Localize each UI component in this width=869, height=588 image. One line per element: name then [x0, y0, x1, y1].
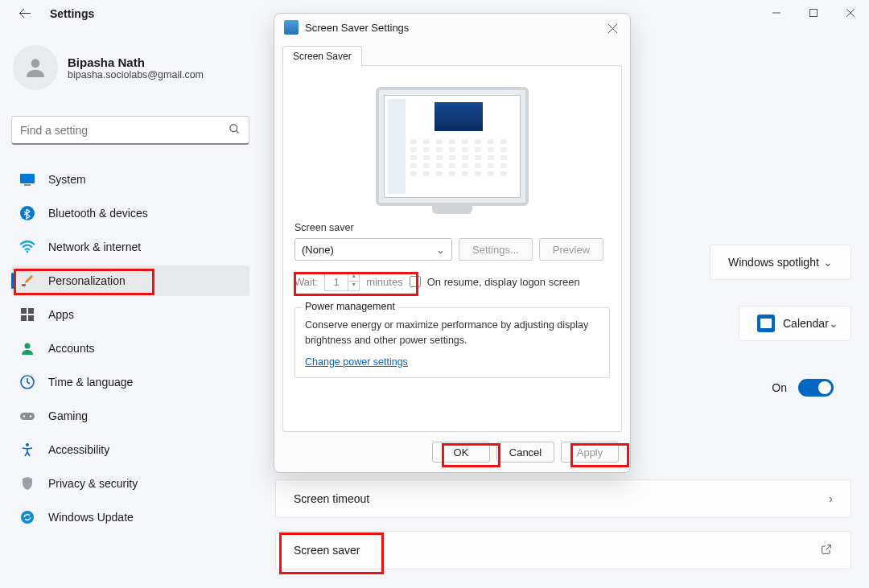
sidebar-item-personalization[interactable]: Personalization [11, 265, 249, 296]
svg-point-4 [31, 59, 40, 68]
page-title: Settings [50, 7, 94, 20]
apply-button[interactable]: Apply [561, 442, 619, 463]
chevron-down-icon: ⌄ [823, 256, 833, 269]
monitor-preview [294, 77, 610, 222]
svg-rect-1 [810, 10, 818, 17]
dialog-title: Screen Saver Settings [305, 22, 409, 34]
wait-unit: minutes [366, 276, 403, 288]
account-name: Bipasha Nath [68, 56, 204, 69]
sidebar-item-network[interactable]: Network & internet [11, 232, 249, 262]
spotlight-dropdown[interactable]: Windows spotlight ⌄ [710, 245, 851, 280]
bluetooth-icon [19, 205, 35, 221]
sidebar-item-accessibility[interactable]: Accessibility [11, 434, 249, 465]
screen-saver-group-label: Screen saver [294, 222, 610, 233]
system-icon [19, 171, 35, 187]
change-power-settings-link[interactable]: Change power settings [305, 356, 408, 368]
svg-rect-7 [20, 174, 35, 183]
avatar [13, 45, 58, 90]
resume-checkbox[interactable] [410, 276, 421, 287]
screen-saver-label: Screen saver [294, 544, 360, 557]
power-body: Conserve energy or maximize performance … [305, 318, 599, 348]
calendar-dropdown[interactable]: Calendar ⌄ [739, 306, 851, 341]
dialog-close-button[interactable] [601, 19, 624, 38]
account-email: bipasha.sociolabs@gmail.com [68, 69, 204, 80]
screen-timeout-label: Screen timeout [294, 492, 369, 505]
wait-value: 1 [325, 276, 348, 288]
on-toggle-row: On [642, 370, 851, 405]
sidebar-item-accounts[interactable]: Accounts [11, 333, 249, 364]
chevron-down-icon: ⌄ [829, 317, 838, 330]
calendar-icon [757, 315, 775, 332]
minimize-button[interactable] [758, 0, 795, 26]
svg-point-19 [23, 415, 25, 417]
back-button[interactable]: 🡠 [13, 6, 37, 21]
on-label: On [772, 381, 787, 394]
wait-spinner[interactable]: 1 ▲▼ [324, 272, 360, 291]
resume-label: On resume, display logon screen [427, 276, 580, 288]
svg-point-22 [21, 511, 34, 524]
sidebar-item-time-language[interactable]: Time & language [11, 367, 249, 397]
ok-button[interactable]: OK [432, 442, 490, 463]
power-management-group: Power management Conserve energy or maxi… [294, 307, 610, 378]
toggle-switch[interactable] [798, 379, 834, 397]
sidebar-item-apps[interactable]: Apps [11, 299, 249, 330]
svg-rect-8 [24, 184, 31, 186]
svg-rect-18 [20, 413, 35, 420]
shield-icon [19, 475, 35, 491]
screen-saver-settings-dialog: Screen Saver Settings Screen Saver [274, 13, 631, 473]
sidebar-item-gaming[interactable]: Gaming [11, 401, 249, 431]
search-box[interactable] [11, 116, 249, 145]
svg-point-5 [230, 124, 237, 131]
svg-rect-15 [28, 315, 34, 321]
apps-icon [19, 306, 35, 323]
svg-rect-14 [21, 315, 27, 321]
maximize-button[interactable] [795, 0, 832, 26]
screen-saver-select[interactable]: (None) ⌄ [294, 238, 452, 261]
gamepad-icon [19, 408, 35, 424]
tab-screen-saver[interactable]: Screen Saver [282, 46, 362, 67]
sidebar-item-bluetooth[interactable]: Bluetooth & devices [11, 198, 249, 228]
svg-point-16 [25, 343, 31, 349]
svg-line-6 [236, 130, 238, 133]
clock-icon [19, 374, 35, 390]
screen-timeout-row[interactable]: Screen timeout › [275, 479, 851, 518]
sidebar-item-system[interactable]: System [11, 164, 249, 195]
dialog-icon [284, 20, 299, 35]
power-legend: Power management [302, 301, 398, 312]
wait-label: Wait: [294, 276, 318, 288]
chevron-down-icon: ⌄ [436, 244, 445, 256]
search-input[interactable] [20, 124, 229, 137]
accessibility-icon [19, 442, 35, 458]
svg-point-21 [26, 443, 29, 446]
account-block[interactable]: Bipasha Nath bipasha.sociolabs@gmail.com [13, 45, 204, 90]
svg-rect-12 [21, 308, 27, 314]
settings-button[interactable]: Settings... [459, 238, 533, 261]
open-external-icon [820, 543, 833, 558]
sidebar-item-privacy[interactable]: Privacy & security [11, 468, 249, 499]
calendar-label: Calendar [783, 317, 829, 330]
close-button[interactable] [832, 0, 869, 26]
screen-saver-select-value: (None) [302, 244, 334, 256]
svg-point-10 [27, 251, 29, 253]
sidebar-item-windows-update[interactable]: Windows Update [11, 502, 249, 532]
preview-button[interactable]: Preview [539, 238, 603, 261]
screen-saver-row[interactable]: Screen saver [275, 531, 851, 569]
chevron-right-icon: › [829, 492, 833, 505]
cancel-button[interactable]: Cancel [496, 442, 554, 463]
svg-rect-11 [22, 284, 26, 286]
svg-point-20 [30, 415, 31, 417]
wifi-icon [19, 239, 35, 255]
person-icon [19, 340, 35, 356]
search-icon [229, 123, 241, 138]
update-icon [19, 509, 35, 525]
sidebar-nav: System Bluetooth & devices Network & int… [11, 164, 249, 536]
paintbrush-icon [19, 273, 35, 289]
svg-rect-13 [28, 308, 34, 314]
spotlight-label: Windows spotlight [728, 256, 819, 269]
